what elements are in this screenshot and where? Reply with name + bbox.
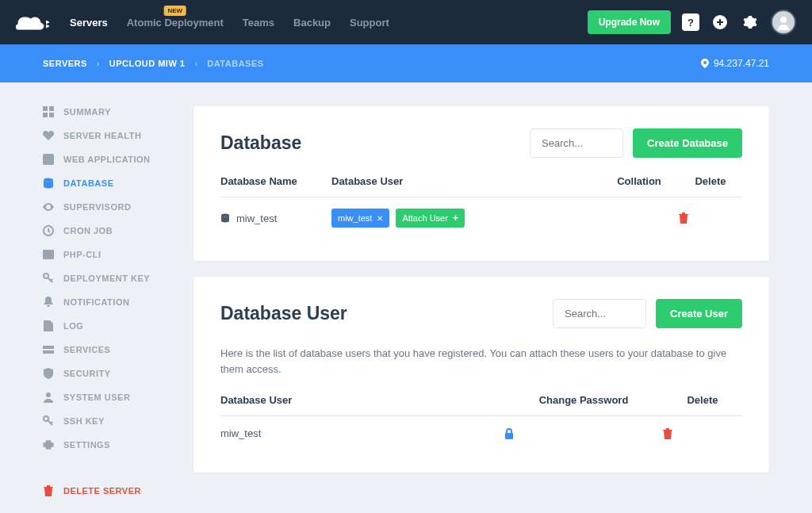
user-description: Here is the list of database users that … — [220, 346, 742, 377]
delete-cell — [663, 428, 742, 439]
chevron-right-icon: › — [194, 59, 197, 68]
sidebar-label: DEPLOYMENT KEY — [63, 274, 150, 283]
sidebar-supervisord[interactable]: SUPERVISORD — [43, 201, 170, 212]
sidebar-label: SYSTEM USER — [63, 392, 130, 402]
sidebar-deployment-key[interactable]: DEPLOYMENT KEY — [43, 273, 170, 284]
grid-icon — [43, 106, 54, 117]
database-title: Database — [220, 132, 301, 154]
database-user-card: Database User Create User Here is the li… — [193, 277, 769, 473]
key-icon — [43, 273, 54, 284]
sidebar-server-health[interactable]: SERVER HEALTH — [43, 130, 170, 141]
change-password-cell — [504, 428, 663, 439]
svg-rect-11 — [43, 346, 54, 349]
user-tag[interactable]: miw_test✕ — [331, 209, 389, 228]
database-icon — [43, 178, 54, 189]
sidebar-ssh-key[interactable]: SSH KEY — [43, 415, 170, 427]
delete-database-button[interactable] — [679, 212, 742, 224]
create-user-button[interactable]: Create User — [656, 299, 742, 328]
top-nav: Servers NEW Atomic Deployment Teams Back… — [70, 17, 389, 29]
svg-rect-2 — [43, 106, 48, 111]
card-actions: Create User — [553, 299, 742, 328]
sidebar-php-cli[interactable]: PHP-CLI — [43, 249, 170, 260]
sidebar-label: SERVICES — [63, 345, 110, 354]
plus-icon: + — [453, 212, 458, 224]
create-database-button[interactable]: Create Database — [633, 128, 742, 158]
sidebar-label: WEB APPLICATION — [63, 155, 151, 164]
col-delete: Delete — [663, 394, 742, 406]
sidebar-label: SERVER HEALTH — [63, 131, 141, 140]
user-name-cell: miw_test — [220, 427, 504, 439]
sidebar-summary[interactable]: SUMMARY — [43, 106, 170, 117]
database-search-input[interactable] — [530, 128, 623, 158]
upgrade-button[interactable]: Upgrade Now — [588, 10, 671, 34]
db-user-cell: miw_test✕ Attach User+ — [331, 209, 599, 228]
col-collation: Collation — [599, 175, 679, 187]
col-delete: Delete — [679, 175, 742, 187]
svg-point-15 — [221, 214, 229, 217]
database-user-title: Database User — [220, 303, 347, 324]
sidebar-log[interactable]: LOG — [43, 320, 170, 331]
trash-icon — [679, 212, 688, 224]
nav-teams[interactable]: Teams — [243, 17, 274, 29]
gear-icon — [43, 439, 54, 450]
services-icon — [43, 344, 54, 355]
topbar-left: Servers NEW Atomic Deployment Teams Back… — [16, 14, 389, 30]
sidebar-settings[interactable]: SETTINGS — [43, 439, 170, 450]
chevron-right-icon: › — [97, 59, 100, 68]
sidebar-label: LOG — [63, 321, 83, 331]
delete-user-button[interactable] — [663, 428, 742, 439]
user-search-input[interactable] — [553, 299, 646, 328]
sidebar-web-application[interactable]: WEB APPLICATION — [43, 154, 170, 165]
card-actions: Create Database — [530, 128, 742, 158]
main: Database Create Database Database Name D… — [193, 106, 769, 496]
plus-circle-icon — [712, 14, 728, 30]
sidebar-system-user[interactable]: SYSTEM USER — [43, 392, 170, 403]
nav-atomic-deployment[interactable]: NEW Atomic Deployment — [127, 17, 224, 29]
sidebar-label: DATABASE — [63, 178, 113, 188]
user-table: Database User Change Password Delete miw… — [220, 394, 742, 450]
add-button[interactable] — [710, 13, 730, 32]
settings-button[interactable] — [741, 13, 760, 32]
gear-icon — [743, 15, 757, 29]
help-button[interactable]: ? — [682, 13, 699, 31]
sidebar-label: SECURITY — [63, 369, 111, 378]
sidebar-label: SETTINGS — [63, 440, 110, 450]
nav-servers[interactable]: Servers — [70, 17, 108, 29]
user-avatar[interactable] — [771, 10, 796, 35]
app-icon — [43, 154, 54, 165]
col-database-user: Database User — [220, 394, 504, 406]
tag-label: miw_test — [338, 213, 372, 223]
nav-support[interactable]: Support — [350, 17, 389, 29]
sidebar-security[interactable]: SECURITY — [43, 368, 170, 379]
sidebar-label: SSH KEY — [63, 416, 105, 426]
sidebar-database[interactable]: DATABASE — [43, 178, 170, 189]
sidebar-cron-job[interactable]: CRON JOB — [43, 225, 170, 236]
database-icon — [220, 213, 230, 223]
breadcrumb-server-name[interactable]: UPCLOUD MIW 1 — [109, 59, 186, 68]
table-header: Database User Change Password Delete — [220, 394, 742, 416]
sidebar: SUMMARY SERVER HEALTH WEB APPLICATION DA… — [43, 106, 170, 496]
sidebar-label: PHP-CLI — [63, 250, 102, 259]
user-icon — [43, 392, 54, 403]
sidebar-notification[interactable]: NOTIFICATION — [43, 297, 170, 308]
change-password-button[interactable] — [504, 428, 663, 439]
svg-rect-5 — [49, 113, 54, 117]
attach-user-button[interactable]: Attach User+ — [396, 209, 464, 228]
col-change-password: Change Password — [504, 394, 663, 406]
delete-cell — [679, 212, 742, 224]
sidebar-services[interactable]: SERVICES — [43, 344, 170, 355]
topbar: Servers NEW Atomic Deployment Teams Back… — [0, 0, 812, 44]
db-name-cell: miw_test — [220, 212, 331, 224]
server-ip: 94.237.47.21 — [701, 58, 769, 69]
trash-icon — [43, 485, 54, 496]
nav-backup[interactable]: Backup — [293, 17, 331, 29]
cloud-logo-icon — [16, 14, 51, 30]
logo[interactable] — [16, 14, 51, 30]
nav-label: Atomic Deployment — [127, 17, 224, 29]
db-name: miw_test — [236, 212, 277, 224]
breadcrumb-servers[interactable]: SERVERS — [43, 59, 87, 68]
sidebar-delete-server[interactable]: DELETE SERVER — [43, 485, 170, 496]
terminal-icon — [43, 249, 54, 260]
col-database-name: Database Name — [220, 175, 331, 187]
sidebar-list: SUMMARY SERVER HEALTH WEB APPLICATION DA… — [43, 106, 170, 496]
